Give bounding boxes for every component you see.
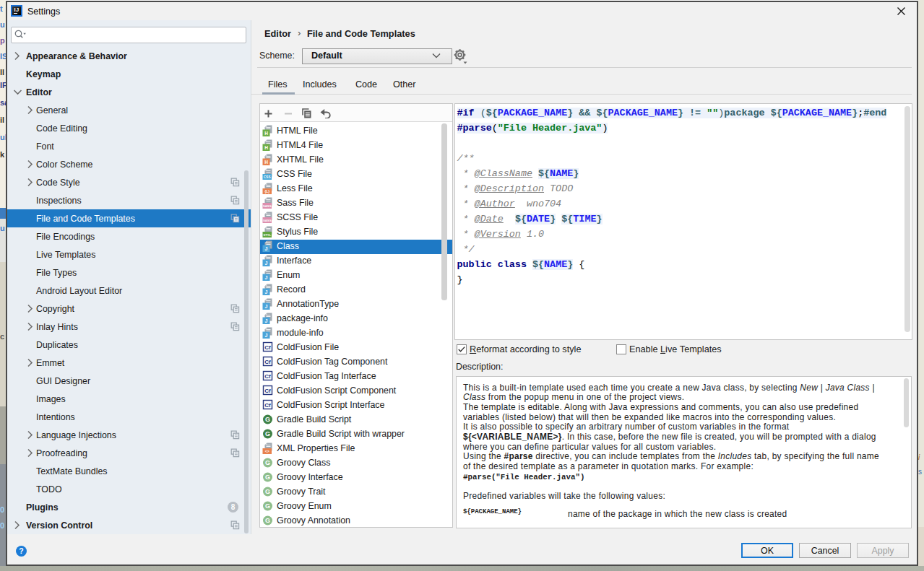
svg-text:G: G	[265, 430, 270, 437]
svg-text:J: J	[265, 261, 268, 266]
svg-text:H: H	[264, 131, 268, 136]
svg-text:STYL: STYL	[263, 233, 271, 237]
svg-text:CSS: CSS	[264, 175, 270, 179]
svg-text:G: G	[265, 502, 270, 510]
svg-text:<>: <>	[265, 449, 269, 453]
svg-text:G: G	[265, 517, 270, 524]
svg-text:Cf: Cf	[264, 388, 271, 394]
svg-text:Cf: Cf	[264, 373, 271, 380]
svg-text:{L}: {L}	[264, 190, 269, 193]
svg-text:H: H	[264, 145, 268, 150]
svg-text:J: J	[265, 333, 268, 338]
svg-text:G: G	[265, 488, 270, 495]
svg-text:J: J	[265, 275, 268, 280]
svg-text:Cf: Cf	[264, 344, 271, 351]
svg-text:G: G	[265, 416, 270, 423]
svg-text:J: J	[265, 246, 268, 251]
svg-text:Cf: Cf	[264, 402, 271, 409]
svg-text:Cf: Cf	[264, 359, 271, 365]
svg-text:H: H	[264, 160, 268, 165]
svg-text:G: G	[265, 459, 270, 466]
svg-text:J: J	[265, 318, 268, 323]
svg-text:SASS: SASS	[263, 204, 272, 208]
svg-text:SASS: SASS	[263, 219, 272, 222]
svg-text:J: J	[265, 289, 268, 295]
svg-text:J: J	[265, 304, 268, 309]
svg-text:G: G	[265, 474, 270, 481]
